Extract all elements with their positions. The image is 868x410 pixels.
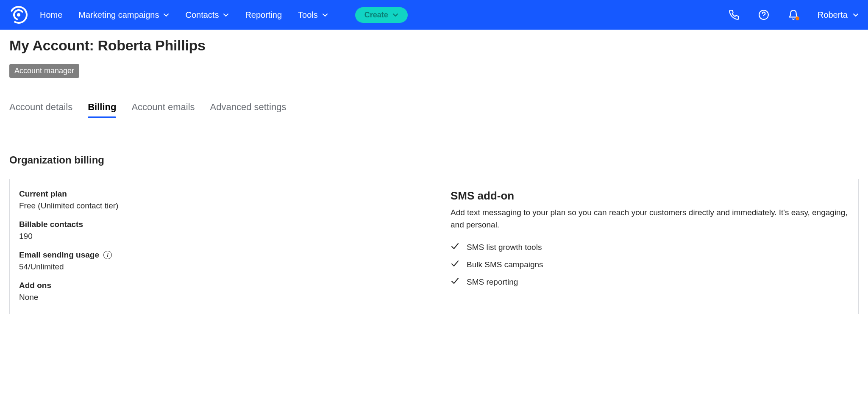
check-icon [451,259,459,270]
top-nav: Home Marketing campaigns Contacts Report… [0,0,868,30]
contacts-value: 190 [19,232,417,241]
svg-point-2 [17,13,20,17]
sms-feature-row: SMS list growth tools [451,242,849,252]
nav-item-home[interactable]: Home [40,10,62,20]
create-button[interactable]: Create [355,7,408,23]
tab-label: Advanced settings [210,102,287,112]
create-label: Create [364,11,388,19]
user-label: Roberta [818,10,848,20]
nav-label: Tools [298,10,318,20]
sms-feature-row: SMS reporting [451,277,849,287]
usage-value: 54/Unlimited [19,262,417,271]
nav-label: Reporting [245,10,282,20]
notifications-icon[interactable] [788,9,799,20]
addons-label: Add ons [19,281,417,290]
addons-block: Add ons None [19,281,417,302]
role-badge: Account manager [9,64,79,78]
account-tabs: Account details Billing Account emails A… [9,102,859,118]
check-icon [451,277,459,287]
sms-feature-label: Bulk SMS campaigns [467,260,543,269]
chevron-down-icon [163,12,169,18]
sms-feature-label: SMS reporting [467,277,518,287]
nav-item-tools[interactable]: Tools [298,10,328,20]
nav-item-reporting[interactable]: Reporting [245,10,282,20]
nav-menu: Home Marketing campaigns Contacts Report… [40,7,408,23]
chevron-down-icon [853,12,859,18]
chevron-down-icon [322,12,328,18]
chevron-down-icon [223,12,229,18]
billing-cards: Current plan Free (Unlimited contact tie… [9,179,859,314]
sms-feature-label: SMS list growth tools [467,243,542,252]
plan-block: Current plan Free (Unlimited contact tie… [19,189,417,211]
usage-label: Email sending usage i [19,250,417,260]
nav-label: Contacts [185,10,219,20]
sms-feature-row: Bulk SMS campaigns [451,259,849,270]
info-icon[interactable]: i [103,251,112,259]
nav-item-marketing-campaigns[interactable]: Marketing campaigns [78,10,169,20]
addons-value: None [19,293,417,302]
nav-label: Marketing campaigns [78,10,159,20]
contacts-label: Billable contacts [19,220,417,229]
tab-billing[interactable]: Billing [88,102,116,118]
nav-right: Roberta [729,9,859,20]
tab-account-details[interactable]: Account details [9,102,72,118]
sms-addon-title: SMS add-on [451,189,849,202]
usage-block: Email sending usage i 54/Unlimited [19,250,417,271]
sms-addon-card: SMS add-on Add text messaging to your pl… [441,179,859,314]
usage-label-text: Email sending usage [19,250,99,260]
current-plan-card: Current plan Free (Unlimited contact tie… [9,179,427,314]
page-body: My Account: Roberta Phillips Account man… [0,30,868,314]
plan-label: Current plan [19,189,417,199]
notification-badge [796,17,799,20]
nav-item-contacts[interactable]: Contacts [185,10,229,20]
help-icon[interactable] [758,9,769,20]
page-title: My Account: Roberta Phillips [9,37,859,54]
phone-icon[interactable] [729,9,740,20]
tab-account-emails[interactable]: Account emails [131,102,195,118]
svg-point-4 [763,17,764,17]
chevron-down-icon [392,12,398,18]
tab-label: Account emails [131,102,195,112]
tab-label: Account details [9,102,72,112]
tab-advanced-settings[interactable]: Advanced settings [210,102,287,118]
plan-value: Free (Unlimited contact tier) [19,201,417,211]
contacts-block: Billable contacts 190 [19,220,417,241]
check-icon [451,242,459,252]
billing-heading: Organization billing [9,154,859,166]
sms-addon-description: Add text messaging to your plan so you c… [451,207,849,231]
tab-label: Billing [88,102,116,112]
brand-logo[interactable] [9,6,28,24]
nav-label: Home [40,10,62,20]
user-menu[interactable]: Roberta [818,10,859,20]
